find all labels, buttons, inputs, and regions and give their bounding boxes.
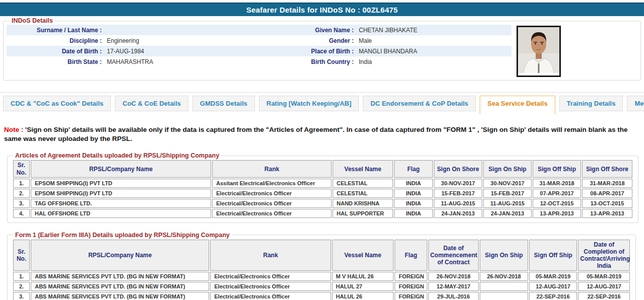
tab-dc-endorsement-cop-details[interactable]: DC Endorsement & CoP Details: [363, 96, 476, 111]
column-header: Vessel Name: [333, 160, 393, 177]
table-cell: 12-AUG-2017: [529, 282, 577, 291]
table-cell: 22-SEP-2016: [529, 292, 577, 300]
column-header: Rank: [210, 240, 331, 271]
gender-value: Male: [357, 37, 511, 44]
detail-tabs: CDC & "CoC as Cook" DetailsCoC & CoE Det…: [3, 96, 644, 114]
column-header: Date of Completion of Contract/Arriving …: [578, 240, 630, 271]
table-cell: [480, 282, 528, 291]
info-row: Discipline : Engineering Gender : Male: [7, 35, 511, 46]
column-header: RPSL/Company Name: [31, 240, 209, 271]
section-divider: [0, 92, 644, 93]
table-cell: 1.: [13, 272, 30, 281]
table-cell: Electrical/Electronics Officer: [210, 292, 331, 300]
table-cell: INDIA: [394, 189, 433, 198]
table-cell: INDIA: [394, 179, 433, 188]
table-cell: 26-NOV-2018: [428, 272, 479, 281]
discipline-label: Discipline :: [7, 37, 105, 44]
table-cell: 24-JAN-2013: [483, 209, 532, 218]
tab-coc-coe-details[interactable]: CoC & CoE Details: [115, 96, 188, 111]
table-cell: 26-NOV-2018: [480, 272, 528, 281]
tab-cdc-coc-as-cook-details[interactable]: CDC & "CoC as Cook" Details: [3, 96, 111, 111]
table-header-row: Sr. No.RPSL/Company NameRankVessel NameF…: [13, 240, 630, 271]
form1-section: Form 1 (Earlier Form IIIA) Details uploa…: [7, 232, 636, 300]
note-prefix: Note :: [4, 126, 23, 133]
column-header: Date of Commencement of Contract: [428, 240, 479, 271]
note-text: Note : 'Sign on Ship' details will be av…: [4, 125, 634, 143]
form1-legend: Form 1 (Earlier Form IIIA) Details uploa…: [13, 232, 232, 239]
table-cell: EPSOM SHIPPING(I) PVT LTD: [31, 179, 211, 188]
column-header: Sr. No.: [13, 240, 30, 271]
date-of-birth-value: 17-AUG-1984: [105, 48, 235, 55]
table-cell: 30-NOV-2017: [483, 179, 532, 188]
column-header: Sign Off Ship: [529, 240, 577, 271]
articles-of-agreement-section: Articles of Agreement Details uploaded b…: [7, 152, 638, 222]
table-cell: 31-MAR-2018: [533, 179, 581, 188]
table-cell: M V HALUL 26: [332, 272, 394, 281]
column-header: Sign On Ship: [483, 160, 532, 177]
tab-sea-service-details[interactable]: Sea Service Details: [480, 96, 555, 114]
table-cell: INDIA: [394, 199, 433, 208]
table-row: 3.TAG OFFSHORE LTD.Electrical/Electronic…: [13, 199, 632, 208]
column-header: Flag: [395, 240, 427, 271]
birth-country-value: India: [357, 58, 511, 65]
column-header: Sign Off Shore: [582, 160, 632, 177]
seafarer-details-page: Seafarer Details for INDoS No : 00ZL6475…: [0, 3, 644, 300]
seafarer-portrait-image: [518, 27, 559, 76]
tab-training-details[interactable]: Training Details: [559, 96, 623, 111]
table-cell: Electrical/Electronics Officer: [212, 199, 332, 208]
table-cell: 05-MAR-2019: [578, 272, 630, 281]
table-cell: 15-FEB-2017: [483, 189, 532, 198]
table-cell: 08-APR-2017: [582, 189, 632, 198]
table-cell: Assitant Electrical/Electronics Officer: [212, 179, 332, 188]
table-cell: FOREIGN: [395, 272, 427, 281]
info-row: Birth State : MAHARASHTRA Birth Country …: [7, 56, 511, 67]
column-header: Vessel Name: [332, 240, 394, 271]
note-body: 'Sign on Ship' details will be available…: [4, 126, 627, 142]
column-header: Flag: [394, 160, 433, 177]
table-cell: 29-JUL-2016: [428, 292, 479, 300]
column-header: Sign Off Ship: [533, 160, 581, 177]
table-cell: 12-MAY-2017: [428, 282, 479, 291]
table-row: 3.ABS MARINE SERVICES PVT LTD. (BG IN NE…: [13, 292, 630, 300]
table-row: 2.EPSOM SHIPPING(I) PVT LTDElectrical/El…: [13, 189, 632, 198]
given-name-label: Given Name :: [235, 27, 357, 34]
birth-state-label: Birth State :: [7, 58, 105, 65]
table-cell: FOREIGN: [395, 282, 427, 291]
indos-fields: Surname / Last Name : Given Name : CHETA…: [7, 25, 511, 67]
table-cell: 22-SEP-2016: [578, 292, 630, 300]
table-cell: 3.: [13, 292, 30, 300]
table-cell: 15-FEB-2017: [434, 189, 482, 198]
table-cell: EPSOM SHIPPING(I) PVT LTD: [31, 189, 211, 198]
table-cell: 11-AUG-2015: [483, 199, 532, 208]
tab-medical-fitness-certificate[interactable]: Medical Fitness Certificate: [627, 96, 644, 111]
form1-table: Sr. No.RPSL/Company NameRankVessel NameF…: [12, 239, 631, 300]
table-cell: 05-MAR-2019: [529, 272, 577, 281]
birth-state-value: MAHARASHTRA: [105, 58, 235, 65]
table-cell: FOREIGN: [395, 292, 427, 300]
tab-gmdss-details[interactable]: GMDSS Details: [192, 96, 255, 111]
table-cell: 13-OCT-2015: [582, 199, 632, 208]
column-header: Sr. No.: [13, 160, 30, 177]
table-row: 1.ABS MARINE SERVICES PVT LTD. (BG IN NE…: [13, 272, 630, 281]
table-cell: HAL OFFSHORE LTD: [31, 209, 211, 218]
table-cell: 2.: [13, 282, 30, 291]
info-row: Surname / Last Name : Given Name : CHETA…: [7, 25, 511, 35]
table-cell: 30-NOV-2017: [434, 179, 482, 188]
column-header: Rank: [212, 160, 332, 177]
table-cell: 13-APR-2013: [582, 209, 632, 218]
table-cell: INDIA: [394, 209, 433, 218]
table-cell: 3.: [13, 199, 30, 208]
table-row: 2.ABS MARINE SERVICES PVT LTD. (BG IN NE…: [13, 282, 630, 291]
table-cell: 12-AUG-2017: [578, 282, 630, 291]
indos-details-legend: INDoS Details: [10, 17, 55, 24]
table-cell: 11-AUG-2015: [434, 199, 482, 208]
tab-rating-watch-keeping-ab[interactable]: Rating [Watch Keeping/AB]: [259, 96, 359, 111]
place-of-birth-value: MANGLI BHANDARA: [357, 48, 511, 55]
table-row: 1.EPSOM SHIPPING(I) PVT LTDAssitant Elec…: [13, 179, 632, 188]
column-header: RPSL/Company Name: [31, 160, 211, 177]
table-cell: 4.: [13, 209, 30, 218]
birth-country-label: Birth Country :: [235, 58, 357, 65]
table-cell: 24-JAN-2013: [434, 209, 482, 218]
given-name-value: CHETAN JIBHAKATE: [357, 27, 511, 34]
gender-label: Gender :: [235, 37, 357, 44]
